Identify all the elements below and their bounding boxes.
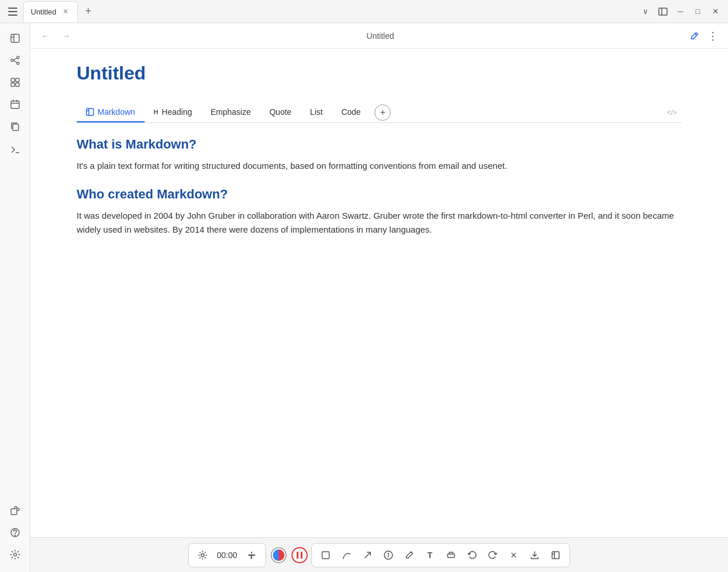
more-button[interactable]: ⋮ (705, 28, 721, 44)
close-tool-button[interactable]: ✕ (504, 546, 523, 564)
sidebar-item-help[interactable] (5, 522, 26, 543)
doc-area: Untitled Markdown H Heading Emphasize (30, 49, 728, 537)
highlight-tool-button[interactable] (442, 546, 460, 564)
main-layout: ← → Untitled ⋮ Untitled (0, 23, 728, 572)
tab-emphasize[interactable]: Emphasize (201, 103, 260, 122)
svg-rect-5 (11, 34, 19, 42)
tab-list[interactable]: List (301, 103, 332, 122)
tab-code-label: Code (341, 107, 361, 117)
add-tab-button[interactable]: + (374, 104, 391, 121)
svg-rect-3 (659, 8, 667, 15)
svg-rect-1 (8, 11, 17, 12)
tab-close-button[interactable]: ✕ (61, 7, 70, 16)
record-button[interactable] (269, 546, 288, 564)
tab-quote-label: Quote (269, 107, 291, 117)
pause-button[interactable] (291, 547, 308, 563)
edit-button[interactable] (686, 28, 702, 44)
nav-title: Untitled (79, 31, 682, 41)
svg-point-8 (11, 59, 13, 61)
svg-rect-32 (297, 552, 298, 559)
title-bar: Untitled ✕ + ∨ ─ □ ✕ (0, 0, 728, 23)
toolbar-left-group: 00:00 (188, 543, 265, 567)
sidebar-toggle-button[interactable] (5, 3, 21, 20)
minimize-button[interactable]: ─ (672, 3, 689, 20)
svg-point-26 (13, 553, 16, 556)
code-toggle-button[interactable]: </> (667, 108, 682, 117)
svg-point-31 (201, 553, 204, 556)
move-tool-button[interactable] (242, 546, 261, 564)
svg-rect-34 (322, 552, 329, 559)
nav-bar: ← → Untitled ⋮ (30, 23, 728, 49)
sidebar-item-blocks[interactable] (5, 72, 26, 93)
section-1-body: It's a plain text format for writing str… (77, 159, 682, 173)
tab-emphasize-label: Emphasize (211, 107, 251, 117)
svg-point-9 (17, 56, 19, 59)
sidebar-item-copy[interactable] (5, 116, 26, 137)
curve-tool-button[interactable] (337, 546, 356, 564)
active-tab[interactable]: Untitled ✕ (23, 1, 78, 22)
section-1-heading: What is Markdown? (77, 137, 682, 152)
arrow-tool-button[interactable] (358, 546, 377, 564)
svg-point-25 (15, 535, 15, 536)
new-tab-button[interactable]: + (80, 3, 96, 20)
nav-actions: ⋮ (686, 28, 721, 44)
toolbar-right-group: T (311, 543, 570, 567)
svg-line-35 (365, 552, 370, 558)
svg-line-12 (13, 60, 17, 63)
sidebar-item-settings[interactable] (5, 544, 26, 565)
undo-tool-button[interactable] (463, 546, 481, 564)
content-area: ← → Untitled ⋮ Untitled (30, 23, 728, 572)
expand-tool-button[interactable] (546, 546, 565, 564)
sidebar-item-calendar[interactable] (5, 94, 26, 115)
svg-rect-33 (301, 552, 302, 559)
svg-rect-2 (8, 15, 17, 16)
svg-point-10 (17, 62, 19, 64)
settings-tool-button[interactable] (193, 546, 212, 564)
bottom-toolbar: 00:00 (30, 537, 728, 572)
tab-heading[interactable]: H Heading (145, 103, 201, 122)
svg-rect-14 (16, 78, 19, 82)
download-tool-button[interactable] (525, 546, 544, 564)
sidebar (0, 23, 30, 572)
svg-rect-40 (552, 552, 559, 559)
svg-line-11 (13, 58, 17, 60)
tab-code[interactable]: Code (332, 103, 370, 122)
tabs-bar: Markdown H Heading Emphasize Quote List … (77, 103, 682, 123)
section-2-body: It was developed in 2004 by John Gruber … (77, 209, 682, 237)
svg-point-38 (388, 553, 388, 553)
sidebar-item-plugin[interactable] (5, 500, 26, 521)
forward-button[interactable]: → (58, 28, 74, 44)
svg-rect-21 (13, 124, 19, 131)
svg-rect-0 (8, 8, 17, 9)
svg-rect-17 (11, 101, 19, 108)
layout-button[interactable] (655, 3, 671, 20)
tab-quote[interactable]: Quote (260, 103, 301, 122)
select-tool-button[interactable] (316, 546, 335, 564)
chevron-down-button[interactable]: ∨ (637, 3, 654, 20)
svg-rect-13 (11, 78, 15, 82)
section-1: What is Markdown? It's a plain text form… (77, 137, 682, 173)
svg-rect-16 (16, 83, 19, 86)
svg-rect-39 (448, 554, 455, 557)
tab-list-label: List (310, 107, 323, 117)
redo-tool-button[interactable] (484, 546, 502, 564)
svg-rect-28 (87, 108, 93, 115)
maximize-button[interactable]: □ (690, 3, 706, 20)
sidebar-item-terminal[interactable] (5, 138, 26, 159)
text-tool-button[interactable]: T (421, 546, 439, 564)
svg-line-27 (695, 34, 697, 35)
tab-markdown-label: Markdown (98, 107, 135, 117)
pen-tool-button[interactable] (400, 546, 419, 564)
back-button[interactable]: ← (37, 28, 53, 44)
document-title: Untitled (77, 63, 682, 84)
tab-heading-label: Heading (162, 107, 192, 117)
section-2-heading: Who created Markdown? (77, 187, 682, 202)
close-window-button[interactable]: ✕ (707, 3, 723, 20)
info-tool-button[interactable] (379, 546, 398, 564)
tab-markdown[interactable]: Markdown (77, 103, 145, 122)
section-2: Who created Markdown? It was developed i… (77, 187, 682, 237)
svg-rect-23 (11, 509, 17, 515)
sidebar-item-connections[interactable] (5, 50, 26, 71)
window-controls: ∨ ─ □ ✕ (637, 3, 723, 20)
sidebar-item-pages[interactable] (5, 28, 26, 49)
